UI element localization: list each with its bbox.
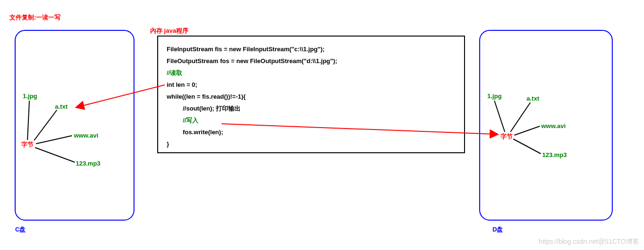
file-1jpg-left: 1.jpg [23,93,37,100]
code-line-4: int len = 0; [167,82,456,88]
d-drive-label: D盘 [492,225,503,234]
byte-label-right: 字节 [501,132,513,141]
file-wwwavi-right: www.avi [541,122,566,130]
file-123mp3-left: 123.mp3 [76,160,100,167]
diagram-title: 文件复制:一读一写 [9,13,61,22]
file-atxt-right: a.txt [527,95,539,102]
code-line-1: FileInputStream fis = new FileInputStrea… [167,46,456,52]
c-drive-box [15,30,134,221]
byte-label-left: 字节 [21,140,34,149]
code-line-5: while((len = fis.read())!=-1){ [167,93,456,100]
c-drive-label: C盘 [15,225,26,234]
file-atxt-left: a.txt [55,103,68,110]
watermark: https://blog.csdn.net@51CTO博客 [539,238,639,246]
file-1jpg-right: 1.jpg [487,93,501,100]
code-line-2: FileOutputStream fos = new FileOutputStr… [167,58,456,64]
code-line-9: } [167,141,456,147]
file-wwwavi-left: www.avi [74,132,98,139]
code-line-6: //sout(len); 打印输出 [167,105,456,111]
file-123mp3-right: 123.mp3 [542,151,567,158]
memory-label: 内存 java程序 [150,27,188,35]
code-line-7: //写入 [167,117,456,123]
code-line-3: //读取 [167,70,456,76]
code-box: FileInputStream fis = new FileInputStrea… [157,36,465,153]
code-line-8: fos.write(len); [167,129,456,135]
